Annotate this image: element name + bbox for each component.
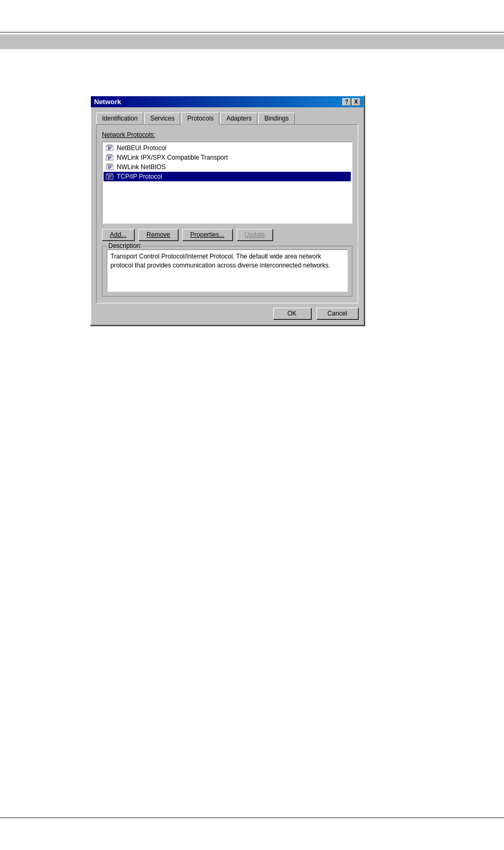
tab-protocols[interactable]: Protocols bbox=[181, 112, 219, 125]
section-label: Network Protocols: bbox=[102, 131, 352, 138]
list-item-tcpip[interactable]: TCP/IP Protocol bbox=[104, 172, 351, 181]
protocol-icon-nwlink-netbios bbox=[105, 163, 115, 171]
tab-bindings[interactable]: Bindings bbox=[258, 113, 294, 125]
list-item-nwlink-netbios[interactable]: NWLink NetBIOS bbox=[104, 162, 351, 172]
dialog-tabs-area: Identification Services Protocols Adapte… bbox=[91, 107, 363, 303]
list-item-netbeui[interactable]: NetBEUI Protocol bbox=[104, 143, 351, 153]
close-button[interactable]: X bbox=[352, 98, 360, 106]
titlebar-buttons: ? X bbox=[342, 98, 360, 106]
dialog-title: Network bbox=[94, 98, 121, 106]
list-item-label-nwlink-netbios: NWLink NetBIOS bbox=[117, 163, 166, 171]
update-button[interactable]: Update bbox=[237, 229, 273, 241]
dialog-container: Network ? X Identification Services Prot… bbox=[90, 95, 365, 326]
list-item-label-netbeui: NetBEUI Protocol bbox=[117, 144, 166, 152]
remove-button[interactable]: Remove bbox=[138, 229, 178, 241]
protocol-list[interactable]: NetBEUI Protocol NWLink bbox=[102, 142, 352, 224]
list-item-label-nwlink-ipx: NWLink IPX/SPX Compatible Transport bbox=[117, 154, 228, 161]
protocol-icon-tcpip bbox=[105, 172, 115, 181]
tab-content: Network Protocols: bbox=[96, 124, 358, 303]
add-button[interactable]: Add... bbox=[102, 229, 134, 241]
cancel-button[interactable]: Cancel bbox=[316, 308, 358, 319]
tab-bar: Identification Services Protocols Adapte… bbox=[96, 112, 358, 124]
top-border bbox=[0, 32, 504, 33]
dialog-titlebar: Network ? X bbox=[91, 96, 363, 107]
svg-rect-6 bbox=[107, 154, 112, 156]
ok-button[interactable]: OK bbox=[273, 308, 311, 319]
description-group: Description: Transport Control Protocol/… bbox=[102, 246, 352, 297]
tab-services[interactable]: Services bbox=[144, 113, 180, 125]
tab-adapters[interactable]: Adapters bbox=[220, 113, 257, 125]
protocol-icon-netbeui bbox=[105, 144, 115, 152]
properties-button[interactable]: Properties... bbox=[182, 229, 232, 241]
description-legend: Description: bbox=[107, 242, 143, 250]
header-bar bbox=[0, 34, 504, 49]
svg-rect-1 bbox=[107, 145, 112, 146]
list-item-nwlink-ipx[interactable]: NWLink IPX/SPX Compatible Transport bbox=[104, 153, 351, 162]
list-item-label-tcpip: TCP/IP Protocol bbox=[117, 173, 162, 180]
bottom-border bbox=[0, 817, 504, 818]
protocol-icon-nwlink-ipx bbox=[105, 153, 115, 162]
svg-rect-11 bbox=[107, 164, 112, 165]
action-buttons: Add... Remove Properties... Update bbox=[102, 229, 352, 241]
dialog-footer: OK Cancel bbox=[91, 303, 363, 325]
tab-identification[interactable]: Identification bbox=[96, 113, 143, 125]
network-dialog: Network ? X Identification Services Prot… bbox=[90, 95, 365, 326]
svg-rect-16 bbox=[107, 173, 112, 175]
help-button[interactable]: ? bbox=[342, 98, 351, 106]
description-text: Transport Control Protocol/Internet Prot… bbox=[107, 250, 348, 292]
